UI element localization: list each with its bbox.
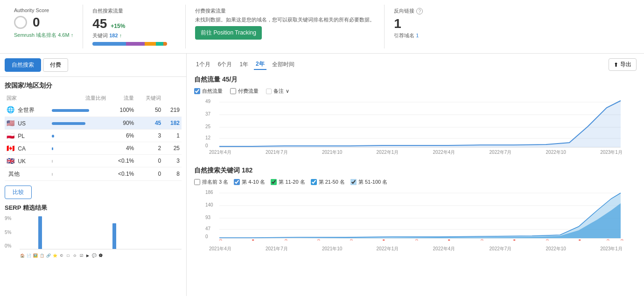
serp-bar bbox=[71, 248, 75, 249]
svg-text:■: ■ bbox=[383, 238, 385, 241]
backlinks-info-icon[interactable]: ? bbox=[416, 8, 423, 14]
left-tab-bar: 自然搜索 付费 bbox=[0, 58, 186, 77]
organic-traffic-chart-section: 自然流量 45/月 自然流量 付费流量 备注 ∨ bbox=[194, 76, 637, 159]
export-icon: ⬆ bbox=[614, 62, 618, 68]
main-area: 自然搜索 付费 按国家/地区划分 国家 流量比例 流量 关键词 🌐 全世界 bbox=[0, 54, 644, 296]
organic-progress-bar bbox=[92, 42, 167, 46]
table-row: 🇺🇸 US 90% 45 182 bbox=[5, 117, 182, 130]
serp-bar bbox=[20, 248, 23, 249]
referring-domains-sub: 引荐域名 1 bbox=[394, 32, 450, 39]
export-button[interactable]: ⬆ 导出 bbox=[609, 58, 637, 71]
serp-bar bbox=[108, 248, 112, 249]
organic-traffic-value: 45 bbox=[92, 16, 107, 31]
traffic-bar bbox=[52, 122, 85, 125]
legend-organic[interactable]: 自然流量 bbox=[194, 88, 223, 95]
svg-text:49: 49 bbox=[205, 99, 211, 104]
traffic-bar bbox=[52, 160, 53, 163]
authority-score-value: 0 bbox=[33, 15, 40, 30]
svg-text:G: G bbox=[415, 238, 418, 241]
chart2-x-axis: 2021年4月 2021年7月 2021年10 2022年1月 2022年4月 … bbox=[194, 246, 637, 252]
serp-bar bbox=[164, 248, 168, 249]
svg-text:47: 47 bbox=[205, 226, 211, 231]
svg-text:■: ■ bbox=[513, 238, 516, 241]
country-section-title: 按国家/地区划分 bbox=[0, 77, 186, 93]
time-filter-bar: 1个月 6个月 1年 2年 全部时间 ⬆ 导出 bbox=[194, 58, 637, 71]
time-btn-all[interactable]: 全部时间 bbox=[270, 59, 296, 70]
serp-icon: 🖼️ bbox=[33, 254, 38, 258]
table-row: 🌐 全世界 100% 50 219 bbox=[5, 103, 182, 117]
left-panel: 自然搜索 付费 按国家/地区划分 国家 流量比例 流量 关键词 🌐 全世界 bbox=[0, 54, 187, 296]
serp-bar bbox=[131, 248, 135, 249]
compare-button[interactable]: 比较 bbox=[5, 186, 32, 199]
serp-bar bbox=[103, 248, 107, 249]
serp-bar bbox=[112, 223, 116, 249]
chart1-wrapper: 49 37 25 12 0 2021年4月 bbox=[194, 98, 637, 159]
serp-icon bbox=[105, 254, 110, 258]
serp-bar bbox=[43, 248, 47, 249]
serp-bar bbox=[178, 248, 182, 249]
legend-paid[interactable]: 付费流量 bbox=[230, 88, 259, 95]
serp-bar bbox=[48, 248, 51, 249]
table-row: 🇬🇧 UK <0.1% 0 3 bbox=[5, 155, 182, 167]
time-btn-1m[interactable]: 1个月 bbox=[194, 59, 212, 70]
svg-text:■: ■ bbox=[579, 238, 581, 241]
serp-title: SERP 精选结果 bbox=[5, 204, 182, 212]
serp-bar bbox=[159, 248, 163, 249]
time-buttons-group: 1个月 6个月 1年 2年 全部时间 bbox=[194, 59, 296, 70]
country-cell: 🌐 全世界 bbox=[5, 103, 50, 117]
serp-icon: □ bbox=[65, 254, 71, 258]
tab-organic[interactable]: 自然搜索 bbox=[5, 58, 41, 72]
authority-score-circle bbox=[14, 16, 27, 29]
svg-marker-21 bbox=[219, 193, 621, 238]
kw-legend-21-50[interactable]: 第 21-50 名 bbox=[311, 179, 345, 186]
traffic-bar bbox=[52, 147, 53, 150]
time-btn-1y[interactable]: 1年 bbox=[238, 59, 250, 70]
kw-legend-11-20[interactable]: 第 11-20 名 bbox=[271, 179, 305, 186]
serp-icon: 📄 bbox=[26, 254, 32, 258]
serp-icon: 📋 bbox=[39, 254, 45, 258]
position-tracking-btn[interactable]: 前往 Position Tracking bbox=[195, 26, 262, 40]
serp-bar bbox=[154, 248, 158, 249]
authority-score-block: Authority Score 0 Semrush 域名排名 4.6M ↑ bbox=[5, 5, 83, 48]
serp-icon: © bbox=[59, 254, 64, 258]
serp-bar bbox=[57, 248, 61, 249]
traffic-bar bbox=[52, 109, 89, 112]
svg-text:0: 0 bbox=[205, 234, 208, 239]
semrush-rank: Semrush 域名排名 4.6M ↑ bbox=[14, 32, 73, 39]
svg-text:12: 12 bbox=[205, 135, 211, 140]
tab-paid[interactable]: 付费 bbox=[43, 58, 68, 72]
country-cell: 其他 bbox=[5, 167, 50, 181]
country-cell: 🇨🇦 CA bbox=[5, 142, 50, 155]
svg-text:G: G bbox=[621, 238, 623, 241]
country-cell: 🇬🇧 UK bbox=[5, 155, 50, 167]
serp-bar bbox=[150, 248, 154, 249]
serp-bar bbox=[117, 248, 121, 249]
chart1-title: 自然流量 45/月 bbox=[194, 76, 637, 84]
chart1-x-axis: 2021年4月 2021年7月 2021年10 2022年1月 2022年4月 … bbox=[194, 149, 637, 156]
serp-icons-row: 🏠📄🖼️📋🔗⭐©□✩☑▶💬⓿ bbox=[20, 254, 182, 258]
time-btn-2y[interactable]: 2年 bbox=[254, 59, 266, 70]
paid-traffic-block: 付费搜索流量 未找到数据。如果这是您的域名，您可以获取关键词排名相关的所有必要数… bbox=[186, 5, 385, 48]
kw-legend-4-10[interactable]: 第 4-10 名 bbox=[234, 179, 265, 186]
chart2-wrapper: 186 140 93 47 0 bbox=[194, 189, 637, 255]
serp-bar bbox=[122, 248, 126, 249]
table-row: 🇵🇱 PL 6% 3 1 bbox=[5, 130, 182, 142]
table-row: 其他 <0.1% 0 8 bbox=[5, 167, 182, 181]
kw-legend-top3[interactable]: 排名前 3 名 bbox=[194, 179, 228, 186]
referring-domains-link[interactable]: 1 bbox=[416, 33, 419, 38]
country-table: 国家 流量比例 流量 关键词 🌐 全世界 100% 50 219 🇺🇸 bbox=[0, 93, 186, 181]
svg-marker-22 bbox=[219, 203, 621, 238]
svg-text:0: 0 bbox=[205, 143, 208, 148]
top-stats-bar: Authority Score 0 Semrush 域名排名 4.6M ↑ 自然… bbox=[0, 0, 644, 54]
time-btn-6m[interactable]: 6个月 bbox=[216, 59, 234, 70]
kw-legend-51-100[interactable]: 第 51-100 名 bbox=[350, 179, 387, 186]
serp-icon: 💬 bbox=[91, 254, 97, 258]
svg-text:25: 25 bbox=[205, 124, 211, 129]
backlinks-block: 反向链接 ? 1 引荐域名 1 bbox=[385, 5, 459, 48]
serp-bar bbox=[62, 248, 65, 249]
legend-notes: 备注 ∨ bbox=[266, 88, 289, 95]
svg-text:G: G bbox=[317, 238, 320, 241]
paid-no-data: 未找到数据。如果这是您的域名，您可以获取关键词排名相关的所有必要数据。 bbox=[195, 16, 375, 23]
right-panel: 1个月 6个月 1年 2年 全部时间 ⬆ 导出 自然流量 45/月 自然流量 bbox=[187, 54, 644, 296]
col-traffic-share: 流量比例 bbox=[50, 93, 108, 103]
